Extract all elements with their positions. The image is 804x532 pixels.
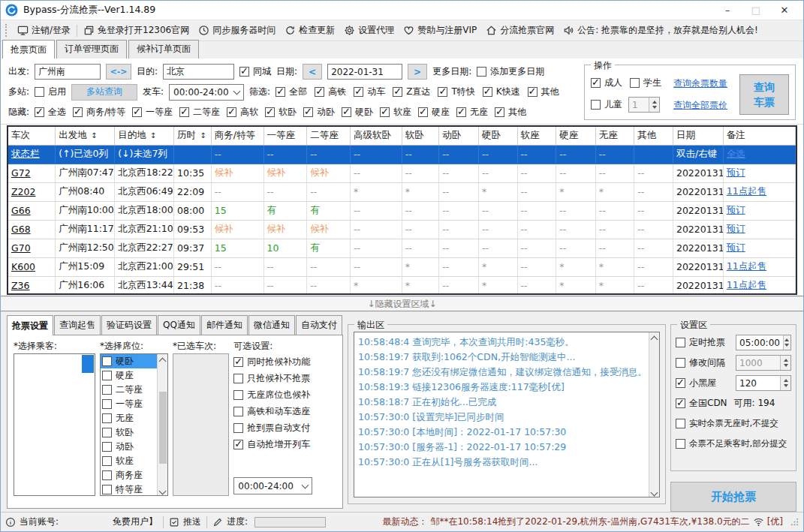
train-number-link[interactable]: Z202: [11, 186, 35, 197]
query-tickets-button[interactable]: 查询 车票: [739, 74, 789, 115]
checkbox-box[interactable]: [315, 87, 324, 97]
checkbox-box[interactable]: [276, 87, 285, 97]
column-header-二等座[interactable]: 二等座: [307, 127, 351, 145]
checkbox-box[interactable]: [303, 107, 313, 117]
checkbox-box[interactable]: [102, 470, 112, 480]
checkbox-box[interactable]: [227, 107, 236, 117]
table-row-G70[interactable]: G70广州南12:50北京西22:2709:371510有-----------…: [8, 239, 796, 257]
train-number-link[interactable]: 状态栏: [11, 148, 40, 159]
hide-checkbox-6[interactable]: 软卧: [265, 106, 297, 119]
passenger-list-scroll-thumb[interactable]: [82, 355, 94, 373]
log-scrollbar[interactable]: [649, 332, 659, 497]
toolbar-grip[interactable]: [5, 24, 8, 37]
column-header-日期[interactable]: 日期: [673, 127, 723, 145]
checkbox-box[interactable]: [233, 423, 243, 433]
query-remaining-link[interactable]: 查询余票数量: [673, 77, 742, 90]
scroll-up-icon[interactable]: [651, 336, 658, 344]
checkbox-box[interactable]: [233, 440, 243, 449]
hide-checkbox-1[interactable]: 全选: [35, 106, 66, 119]
hide-checkbox-2[interactable]: 商务/特等: [73, 106, 125, 119]
toolbar-item-3[interactable]: 同步服务器时间: [194, 22, 280, 40]
spin-up-button[interactable]: [781, 356, 790, 363]
filter-checkbox-4[interactable]: Z直达: [393, 86, 430, 98]
checkbox-box[interactable]: [393, 87, 402, 97]
checkbox-box[interactable]: [676, 358, 685, 368]
checkbox-box[interactable]: [676, 419, 685, 428]
scroll-down-icon[interactable]: [159, 488, 167, 495]
column-header-备注[interactable]: 备注: [723, 127, 795, 145]
column-header-一等座[interactable]: 一等座: [263, 127, 307, 145]
grab-time-range-combo[interactable]: 00:00-24:00: [233, 477, 312, 494]
train-number-link[interactable]: K600: [11, 261, 35, 272]
blackroom-checkbox[interactable]: 小黑屋: [676, 377, 716, 389]
resize-grip-icon[interactable]: [790, 518, 799, 526]
cdn-checkbox[interactable]: 全国CDN: [676, 397, 727, 410]
checkbox-box[interactable]: [676, 439, 685, 449]
column-header-无座[interactable]: 无座: [595, 127, 634, 145]
grab-option-3[interactable]: 无座席位也候补: [233, 386, 336, 403]
note-link[interactable]: 11点起售: [727, 185, 766, 197]
scroll-thumb[interactable]: [159, 392, 167, 464]
page-tab-2[interactable]: 订单管理页面: [56, 40, 127, 59]
column-header-商务/特等[interactable]: 商务/特等: [211, 127, 263, 145]
checkbox-box[interactable]: [102, 442, 112, 452]
note-link[interactable]: 11点起售: [727, 279, 766, 290]
page-tab-1[interactable]: 抢票页面: [2, 40, 55, 59]
seat-item-9[interactable]: 商务座: [101, 468, 157, 482]
scroll-up-icon[interactable]: [159, 358, 167, 365]
settings-tab-5[interactable]: 邮件通知: [201, 315, 248, 335]
filter-checkbox-7[interactable]: 其他: [528, 86, 559, 98]
checkbox-box[interactable]: [477, 67, 486, 77]
settings-tab-7[interactable]: 自动支付: [296, 315, 342, 335]
checkbox-box[interactable]: [456, 107, 466, 117]
date-input[interactable]: 2022-01-31: [327, 64, 402, 80]
checkbox-box[interactable]: [239, 67, 249, 77]
grab-option-5[interactable]: 抢到票自动支付: [233, 419, 336, 436]
column-header-目的地[interactable]: 目的地 ↕: [115, 127, 174, 145]
toolbar-item-6[interactable]: 赞助与注册VIP: [399, 22, 481, 40]
toolbar-item-1[interactable]: 注销/登录: [13, 22, 75, 40]
status-row[interactable]: 状态栏(↑)已选0列(↓)未选7列--------------------双击/…: [8, 145, 796, 164]
hide-checkbox-9[interactable]: 软座: [380, 106, 411, 119]
table-row-K600[interactable]: K600广州15:09北京西21:0029:51--------*--*--**…: [8, 257, 796, 276]
toolbar-item-4[interactable]: 检查更新: [280, 22, 339, 40]
interval-spinner[interactable]: 1000: [736, 355, 791, 371]
checkbox-box[interactable]: [233, 407, 243, 416]
settings-tab-1[interactable]: 抢票设置: [7, 315, 53, 335]
hide-checkbox-4[interactable]: 二等座: [179, 106, 220, 119]
dest-station-input[interactable]: 北京: [163, 64, 234, 80]
filter-checkbox-2[interactable]: 高铁: [315, 86, 346, 98]
column-header-高级软卧[interactable]: 高级软卧: [350, 127, 402, 145]
note-link[interactable]: 全选: [727, 148, 745, 159]
checkbox-box[interactable]: [102, 456, 112, 466]
seat-item-10[interactable]: 特等座: [101, 482, 157, 495]
checkbox-box[interactable]: [483, 87, 492, 97]
checkbox-box[interactable]: [35, 87, 44, 97]
settings-tab-4[interactable]: QQ通知: [158, 315, 200, 335]
hide-checkbox-12[interactable]: 其他: [495, 106, 526, 119]
seat-item-3[interactable]: 二等座: [101, 383, 157, 397]
next-date-button[interactable]: >: [408, 64, 427, 80]
checkbox-box[interactable]: [73, 107, 83, 117]
checkbox-box[interactable]: [676, 338, 685, 347]
train-number-link[interactable]: G70: [11, 242, 31, 254]
swap-stations-button[interactable]: <->: [106, 64, 131, 80]
seat-item-8[interactable]: 软座: [101, 454, 157, 468]
spin-up-button[interactable]: [649, 98, 659, 105]
seat-item-2[interactable]: 硬座: [101, 368, 157, 383]
column-header-出发地[interactable]: 出发地 ↕: [56, 127, 115, 145]
checkbox-box[interactable]: [591, 100, 601, 110]
no-seat-checkbox[interactable]: 实时余票无座时,不提交: [676, 418, 778, 429]
hide-checkbox-8[interactable]: 硬卧: [342, 106, 373, 119]
spin-down-button[interactable]: [781, 363, 790, 371]
multi-query-button[interactable]: 多站查询: [71, 84, 137, 101]
checkbox-box[interactable]: [102, 356, 112, 366]
grab-option-1[interactable]: 同时抢候补功能: [233, 353, 336, 370]
enable-multi-checkbox[interactable]: 启用: [35, 86, 66, 98]
selected-trains-box[interactable]: [173, 353, 229, 496]
column-header-硬座[interactable]: 硬座: [556, 127, 596, 145]
scroll-down-icon[interactable]: [651, 489, 658, 497]
column-header-软座[interactable]: 软座: [517, 127, 556, 145]
checkbox-box[interactable]: [179, 107, 189, 117]
table-row-Z36[interactable]: Z36广州16:06北京西13:4421:38------**--*--**--…: [8, 276, 796, 295]
